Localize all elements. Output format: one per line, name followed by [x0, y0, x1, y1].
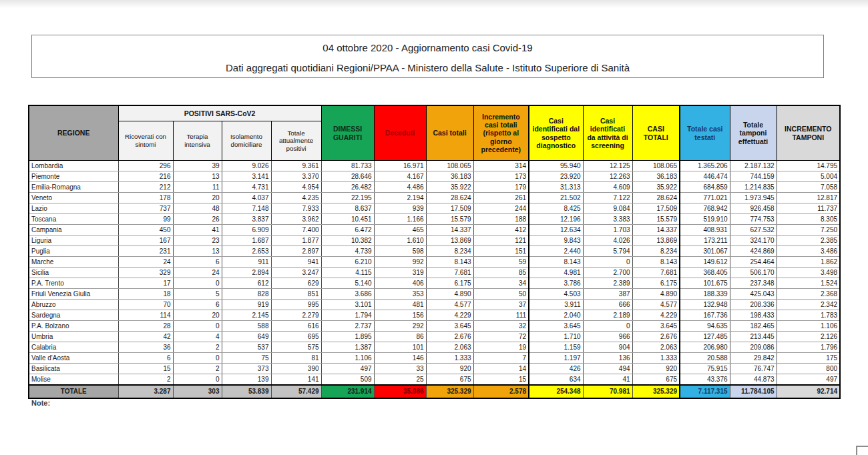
- value-cell: 208.336: [730, 300, 777, 310]
- col-header-sospetto-diagnostico: Casi identificati dal sospetto diagnosti…: [529, 105, 583, 161]
- value-cell: 216: [118, 171, 173, 182]
- value-cell: 10.382: [321, 236, 374, 246]
- value-cell: 20: [173, 310, 222, 321]
- value-cell: 182.465: [730, 321, 777, 332]
- value-cell: 14.337: [426, 225, 473, 236]
- value-cell: 149.612: [680, 257, 730, 268]
- table-body: Lombardia296399.0269.36181.73316.971108.…: [29, 161, 840, 386]
- value-cell: 17.509: [632, 203, 680, 214]
- col-header-incremento-casi: Incremento casi totali (rispetto al gior…: [473, 105, 529, 161]
- value-cell: 1.973.945: [730, 193, 777, 203]
- value-cell: 111: [473, 310, 529, 321]
- value-cell: 2.063: [426, 342, 473, 353]
- value-cell: 588: [222, 321, 271, 332]
- value-cell: 42: [118, 332, 173, 342]
- value-cell: 7.058: [777, 182, 840, 193]
- value-cell: 4.954: [271, 182, 321, 193]
- value-cell: 2.440: [529, 246, 583, 257]
- region-cell: Sicilia: [29, 268, 118, 278]
- value-cell: 649: [222, 332, 271, 342]
- value-cell: 575: [271, 342, 321, 353]
- value-cell: 237.348: [730, 278, 777, 289]
- value-cell: 11: [173, 182, 222, 193]
- value-cell: 519.910: [680, 214, 730, 225]
- value-cell: 8.305: [777, 214, 840, 225]
- value-cell: 121: [473, 236, 529, 246]
- value-cell: 296: [118, 161, 173, 171]
- value-cell: 5.004: [777, 171, 840, 182]
- value-cell: 1.895: [321, 332, 374, 342]
- value-cell: 387: [583, 289, 632, 300]
- value-cell: 450: [118, 225, 173, 236]
- value-cell: 465: [374, 225, 426, 236]
- region-cell: Piemonte: [29, 171, 118, 182]
- table-row: Puglia231132.6532.8974.7395988.2341512.4…: [29, 246, 840, 257]
- region-cell: Friuli Venezia Giulia: [29, 289, 118, 300]
- value-cell: 44.873: [730, 374, 777, 386]
- value-cell: 167: [118, 236, 173, 246]
- value-cell: 6.175: [426, 278, 473, 289]
- value-cell: 800: [777, 364, 840, 374]
- value-cell: 920: [632, 364, 680, 374]
- value-cell: 1.214.835: [730, 182, 777, 193]
- value-cell: 3.247: [271, 268, 321, 278]
- value-cell: 8.234: [632, 246, 680, 257]
- value-cell: 9.026: [222, 161, 271, 171]
- value-cell: 3.141: [222, 171, 271, 182]
- value-cell: 81: [271, 353, 321, 364]
- value-cell: 368.405: [680, 268, 730, 278]
- table-row: P.A. Trento1706126295.1404066.175343.786…: [29, 278, 840, 289]
- value-cell: 314: [473, 161, 529, 171]
- col-header-incremento-tamponi: INCREMENTO TAMPONI: [777, 105, 840, 161]
- value-cell: 3.962: [271, 214, 321, 225]
- value-cell: 108.065: [632, 161, 680, 171]
- value-cell: 209.086: [730, 342, 777, 353]
- table-row: Basilicata152373390497339201442649492075…: [29, 364, 840, 374]
- value-cell: 911: [222, 257, 271, 268]
- value-cell: 14.337: [632, 225, 680, 236]
- value-cell: 1.166: [374, 214, 426, 225]
- value-cell: 919: [222, 300, 271, 310]
- value-cell: 7: [473, 353, 529, 364]
- value-cell: 1.197: [529, 353, 583, 364]
- value-cell: 412: [473, 225, 529, 236]
- value-cell: 18: [118, 289, 173, 300]
- value-cell: 85: [473, 268, 529, 278]
- region-cell: Lombardia: [29, 161, 118, 171]
- value-cell: 598: [374, 246, 426, 257]
- table-row: Molise2013914150925675156344167543.37644…: [29, 374, 840, 386]
- value-cell: 188.339: [680, 289, 730, 300]
- value-cell: 1.333: [426, 353, 473, 364]
- note-label: Note:: [31, 399, 50, 407]
- value-cell: 627.532: [730, 225, 777, 236]
- value-cell: 1.610: [374, 236, 426, 246]
- value-cell: 25: [374, 374, 426, 386]
- value-cell: 2.897: [271, 246, 321, 257]
- totale-value-cell: 35.986: [374, 385, 426, 398]
- region-cell: Calabria: [29, 342, 118, 353]
- value-cell: 4.731: [222, 182, 271, 193]
- corner-box-decoration: [856, 446, 868, 455]
- table-row: Veneto178204.0374.23522.1952.19428.62426…: [29, 193, 840, 203]
- value-cell: 167.736: [680, 310, 730, 321]
- totale-value-cell: 53.839: [222, 385, 271, 398]
- value-cell: 5.794: [583, 246, 632, 257]
- value-cell: 2.145: [222, 310, 271, 321]
- region-cell: Molise: [29, 374, 118, 386]
- value-cell: 7.122: [583, 193, 632, 203]
- col-header-totale-positivi: Totale attualmente positivi: [271, 121, 321, 161]
- value-cell: 926.458: [730, 203, 777, 214]
- value-cell: 2: [173, 342, 222, 353]
- value-cell: 2: [118, 374, 173, 386]
- region-cell: P.A. Bolzano: [29, 321, 118, 332]
- value-cell: 353: [374, 289, 426, 300]
- value-cell: 9.843: [529, 236, 583, 246]
- value-cell: 5: [173, 289, 222, 300]
- value-cell: 1.365.206: [680, 161, 730, 171]
- value-cell: 10.451: [321, 214, 374, 225]
- totale-value-cell: 2.578: [473, 385, 529, 398]
- value-cell: 261: [473, 193, 529, 203]
- value-cell: 319: [374, 268, 426, 278]
- value-cell: 406: [374, 278, 426, 289]
- value-cell: 14: [473, 364, 529, 374]
